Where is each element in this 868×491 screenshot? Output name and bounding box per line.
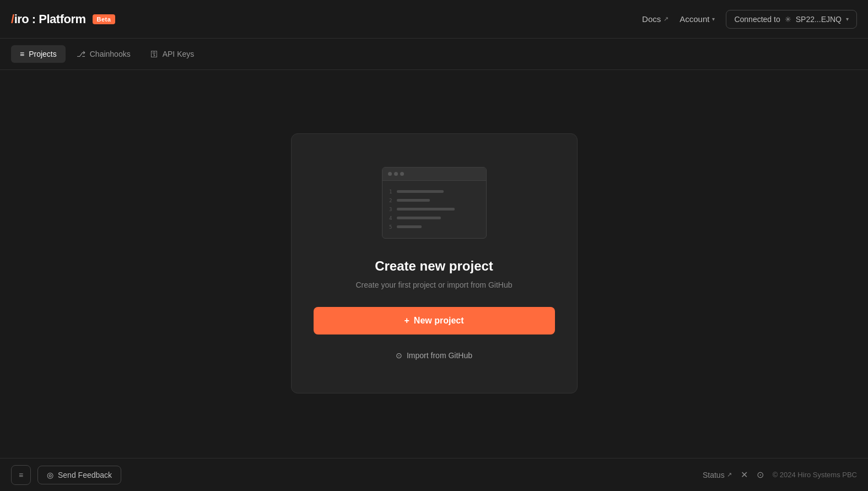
header-right: Docs ↗ Account ▾ Connected to ✳ SP22...E… bbox=[642, 10, 857, 29]
connected-label: Connected to bbox=[734, 15, 780, 24]
github-footer-icon: ⊙ bbox=[757, 470, 764, 480]
connected-wallet-button[interactable]: Connected to ✳ SP22...EJNQ ▾ bbox=[726, 10, 857, 29]
tab-chainhooks[interactable]: ⎇ Chainhooks bbox=[68, 45, 139, 63]
plus-icon: + bbox=[404, 316, 409, 326]
import-github-link[interactable]: ⊙ Import from GitHub bbox=[390, 346, 478, 365]
twitter-link[interactable]: ✕ bbox=[741, 470, 748, 480]
nav-tabs: ≡ Projects ⎇ Chainhooks ⚿ API Keys bbox=[0, 39, 868, 70]
menu-button[interactable]: ≡ bbox=[11, 465, 31, 485]
new-project-button[interactable]: + New project bbox=[314, 307, 555, 334]
code-line-5: 5 bbox=[382, 223, 486, 231]
feedback-label: Send Feedback bbox=[58, 471, 112, 479]
docs-link[interactable]: Docs ↗ bbox=[642, 14, 668, 24]
main-content: 1 2 3 4 5 bbox=[0, 70, 868, 456]
status-link[interactable]: Status ↗ bbox=[703, 471, 732, 479]
external-link-icon: ↗ bbox=[664, 15, 668, 23]
logo-text-rest: iro : Platform bbox=[14, 12, 86, 26]
code-bar-3 bbox=[397, 208, 455, 211]
chevron-down-icon: ▾ bbox=[712, 16, 715, 22]
code-top-bar bbox=[382, 168, 486, 181]
header-left: /iro : Platform Beta bbox=[11, 12, 115, 26]
tab-projects[interactable]: ≡ Projects bbox=[11, 45, 66, 63]
code-dot-3 bbox=[400, 172, 404, 176]
chainhooks-icon: ⎇ bbox=[77, 50, 85, 58]
code-line-2: 2 bbox=[382, 196, 486, 205]
feedback-icon: ◎ bbox=[47, 471, 53, 479]
create-project-card: 1 2 3 4 5 bbox=[291, 133, 578, 393]
code-illustration: 1 2 3 4 5 bbox=[382, 167, 487, 239]
status-external-icon: ↗ bbox=[727, 471, 732, 478]
account-label: Account bbox=[680, 14, 709, 24]
code-bar-5 bbox=[397, 225, 422, 228]
wallet-chevron-icon: ▾ bbox=[846, 16, 849, 22]
projects-icon: ≡ bbox=[20, 50, 24, 58]
github-footer-link[interactable]: ⊙ bbox=[757, 470, 764, 480]
code-lines: 1 2 3 4 5 bbox=[382, 184, 486, 235]
footer-right: Status ↗ ✕ ⊙ © 2024 Hiro Systems PBC bbox=[703, 470, 857, 480]
code-line-4: 4 bbox=[382, 214, 486, 223]
code-dot-2 bbox=[394, 172, 398, 176]
new-project-label: New project bbox=[414, 316, 464, 326]
stacks-icon: ✳ bbox=[785, 15, 791, 24]
card-title: Create new project bbox=[375, 258, 493, 274]
footer-left: ≡ ◎ Send Feedback bbox=[11, 465, 121, 485]
code-bar-4 bbox=[397, 217, 441, 219]
account-dropdown[interactable]: Account ▾ bbox=[680, 14, 715, 24]
github-icon: ⊙ bbox=[396, 351, 402, 360]
footer: ≡ ◎ Send Feedback Status ↗ ✕ ⊙ © 2024 Hi… bbox=[0, 458, 868, 491]
code-dot-1 bbox=[388, 172, 392, 176]
header: /iro : Platform Beta Docs ↗ Account ▾ Co… bbox=[0, 0, 868, 39]
import-github-label: Import from GitHub bbox=[407, 351, 472, 360]
copyright-text: © 2024 Hiro Systems PBC bbox=[773, 471, 857, 479]
tab-api-keys[interactable]: ⚿ API Keys bbox=[142, 45, 203, 63]
beta-badge: Beta bbox=[93, 14, 116, 24]
code-dots bbox=[388, 172, 404, 176]
card-subtitle: Create your first project or import from… bbox=[356, 280, 513, 289]
status-label: Status bbox=[703, 471, 725, 479]
api-keys-icon: ⚿ bbox=[150, 50, 158, 58]
tab-projects-label: Projects bbox=[29, 50, 57, 58]
code-line-1: 1 bbox=[382, 187, 486, 196]
code-line-3: 3 bbox=[382, 205, 486, 214]
tab-chainhooks-label: Chainhooks bbox=[90, 50, 131, 58]
send-feedback-button[interactable]: ◎ Send Feedback bbox=[37, 466, 121, 484]
menu-icon: ≡ bbox=[19, 471, 23, 479]
docs-label: Docs bbox=[642, 14, 661, 24]
code-bar-2 bbox=[397, 199, 430, 202]
twitter-icon: ✕ bbox=[741, 470, 748, 480]
logo: /iro : Platform bbox=[11, 12, 86, 26]
code-bar-1 bbox=[397, 190, 444, 193]
wallet-address: SP22...EJNQ bbox=[796, 15, 842, 24]
tab-api-keys-label: API Keys bbox=[163, 50, 195, 58]
